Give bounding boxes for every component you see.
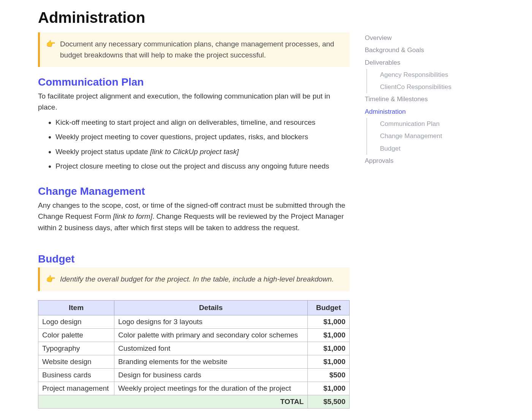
table-row: TypographyCustomized font$1,000 [38,342,350,355]
table-row: Business cardsDesign for business cards$… [38,368,350,382]
change-management-body: Any changes to the scope, cost, or time … [38,200,350,233]
cell-details: Logo designs for 3 layouts [114,315,308,328]
callout-budget: 👉 Identify the overall budget for the pr… [38,267,350,291]
outline-item[interactable]: Approvals [365,155,464,167]
cell-budget: $1,000 [308,382,350,395]
cell-details: Weekly project meetings for the duration… [114,382,308,395]
outline-item[interactable]: Agency Responsibilities [372,69,464,81]
list-item: Kick-off meeting to start project and al… [55,115,350,130]
pointing-hand-icon: 👉 [46,38,55,61]
heading-budget: Budget [38,253,350,265]
communication-plan-list: Kick-off meeting to start project and al… [38,115,350,174]
link-placeholder: [link to ClickUp project task] [150,148,239,156]
col-item: Item [38,300,114,315]
table-row: Website designBranding elements for the … [38,355,350,368]
table-row: Logo designLogo designs for 3 layouts$1,… [38,315,350,328]
cell-details: Color palette with primary and secondary… [114,328,308,342]
cell-budget: $1,000 [308,315,350,328]
list-item: Weekly project meeting to cover question… [55,130,350,145]
budget-table: Item Details Budget Logo designLogo desi… [38,300,350,409]
outline-item[interactable]: Deliverables [365,57,464,69]
table-row: Color paletteColor palette with primary … [38,328,350,342]
cell-budget: $500 [308,368,350,382]
outline-subgroup: Communication PlanChange ManagementBudge… [366,118,464,155]
main-content: Administration 👉 Document any necessary … [38,9,365,409]
col-budget: Budget [308,300,350,315]
outline-item[interactable]: Communication Plan [372,118,464,130]
outline-item[interactable]: Background & Goals [365,44,464,56]
outline-item[interactable]: Overview [365,32,464,44]
cell-item: Website design [38,355,114,368]
page-title: Administration [38,9,350,26]
callout-text: Document any necessary communication pla… [60,38,342,61]
col-details: Details [114,300,308,315]
cell-item: Typography [38,342,114,355]
callout-admin-intro: 👉 Document any necessary communication p… [38,32,350,67]
list-item: Weekly project status update [link to Cl… [55,145,350,159]
outline-subgroup: Agency ResponsibilitiesClientCo Responsi… [366,69,464,94]
cell-details: Customized font [114,342,308,355]
outline-item[interactable]: Timeline & Milestones [365,93,464,105]
total-label: TOTAL [38,395,308,408]
cell-item: Business cards [38,368,114,382]
cell-item: Project management [38,382,114,395]
table-row: Project managementWeekly project meeting… [38,382,350,395]
list-item-text: Weekly project status update [55,148,150,156]
change-mgmt-link-placeholder: [link to form] [113,212,152,220]
outline-item[interactable]: ClientCo Responsibilities [372,81,464,93]
table-row-total: TOTAL$5,500 [38,395,350,408]
cell-budget: $1,000 [308,355,350,368]
outline-item[interactable]: Administration [365,106,464,118]
total-amount: $5,500 [308,395,350,408]
heading-communication-plan: Communication Plan [38,76,350,88]
outline-item[interactable]: Budget [372,143,464,155]
pointing-hand-icon: 👉 [46,274,55,285]
outline-sidebar: OverviewBackground & GoalsDeliverablesAg… [365,9,464,409]
cell-details: Branding elements for the website [114,355,308,368]
heading-change-management: Change Management [38,185,350,197]
cell-budget: $1,000 [308,328,350,342]
cell-item: Logo design [38,315,114,328]
communication-plan-intro: To facilitate project alignment and exec… [38,91,350,113]
cell-details: Design for business cards [114,368,308,382]
outline-nav: OverviewBackground & GoalsDeliverablesAg… [365,32,464,167]
cell-item: Color palette [38,328,114,342]
list-item-text: Kick-off meeting to start project and al… [55,118,315,126]
list-item: Project closure meeting to close out the… [55,159,350,174]
list-item-text: Project closure meeting to close out the… [55,162,329,170]
callout-budget-text: Identify the overall budget for the proj… [60,274,334,285]
cell-budget: $1,000 [308,342,350,355]
outline-item[interactable]: Change Management [372,130,464,142]
list-item-text: Weekly project meeting to cover question… [55,133,308,141]
